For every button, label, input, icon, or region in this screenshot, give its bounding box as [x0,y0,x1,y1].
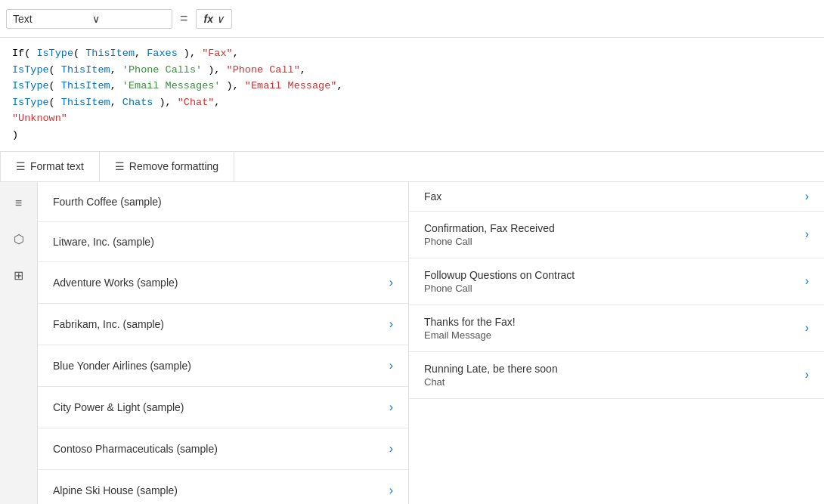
fx-chevron-icon: ∨ [216,13,224,25]
list-panel: Fourth Coffee (sample) › Litware, Inc. (… [38,182,408,504]
code-editor[interactable]: If( IsType( ThisItem, Faxes ), "Fax", Is… [0,38,824,152]
list-item[interactable]: Fourth Coffee (sample) › [38,182,408,222]
list-item-label: Fabrikam, Inc. (sample) [53,318,164,330]
list-item[interactable]: Litware, Inc. (sample) › [38,222,408,262]
right-item-subtitle: Email Message [424,329,516,341]
fx-icon: fx [204,13,213,25]
list-item-label: City Power & Light (sample) [53,401,184,413]
right-item-chevron-icon: › [805,190,809,203]
right-panel-item[interactable]: Followup Questions on Contract Phone Cal… [409,258,824,305]
list-item-chevron-icon: › [389,359,393,373]
right-item-content: Confirmation, Fax Received Phone Call [424,222,555,247]
list-item[interactable]: Adventure Works (sample) › [38,262,408,304]
right-item-subtitle: Chat [424,376,558,388]
main-content: ≡ ⬡ ⊞ Fourth Coffee (sample) › Litware, … [0,182,824,504]
list-item[interactable]: City Power & Light (sample) › [38,387,408,428]
right-item-chevron-icon: › [805,274,809,288]
list-item-label: Alpine Ski House (sample) [53,484,178,496]
sidebar-icons: ≡ ⬡ ⊞ [0,182,38,504]
remove-formatting-button[interactable]: ☰ Remove formatting [100,152,234,181]
toolbar-row: ☰ Format text ☰ Remove formatting [0,152,824,182]
right-item-chevron-icon: › [805,227,809,241]
grid-icon[interactable]: ⊞ [10,267,28,285]
list-item-chevron-icon: › [389,276,393,289]
format-text-icon: ☰ [16,160,26,172]
fx-button[interactable]: fx ∨ [196,9,232,29]
list-item[interactable]: Fabrikam, Inc. (sample) › [38,304,408,345]
list-item[interactable]: Contoso Pharmaceuticals (sample) › [38,428,408,470]
right-panel-item[interactable]: Running Late, be there soon Chat › [409,352,824,399]
list-item[interactable]: Blue Yonder Airlines (sample) › [38,345,408,387]
top-bar: Text ∨ = fx ∨ [0,0,824,38]
equals-sign: = [177,11,191,26]
hamburger-icon[interactable]: ≡ [10,194,28,212]
right-item-content: Fax [424,190,441,203]
layers-icon[interactable]: ⬡ [10,230,28,249]
list-item-label: Fourth Coffee (sample) [53,196,162,208]
remove-formatting-label: Remove formatting [129,160,218,172]
list-item-chevron-icon: › [389,484,393,497]
list-item-label: Adventure Works (sample) [53,277,178,289]
right-item-chevron-icon: › [805,368,809,382]
right-item-title: Fax [424,190,441,203]
list-item-chevron-icon: › [389,317,393,331]
list-item-chevron-icon: › [389,442,393,456]
dropdown-chevron-icon: ∨ [92,13,166,25]
right-item-subtitle: Phone Call [424,283,575,294]
list-item-label: Litware, Inc. (sample) [53,236,154,248]
right-item-title: Thanks for the Fax! [424,316,516,328]
remove-formatting-icon: ☰ [115,160,125,172]
right-item-title: Running Late, be there soon [424,363,558,375]
right-item-title: Confirmation, Fax Received [424,222,555,234]
list-item-label: Contoso Pharmaceuticals (sample) [53,443,218,455]
right-item-content: Thanks for the Fax! Email Message [424,316,516,341]
right-item-subtitle: Phone Call [424,236,555,247]
format-text-button[interactable]: ☰ Format text [0,152,100,181]
list-item[interactable]: Alpine Ski House (sample) › [38,470,408,504]
dropdown-value: Text [13,13,86,25]
right-panel: Fax › Confirmation, Fax Received Phone C… [408,182,824,504]
right-panel-item[interactable]: Thanks for the Fax! Email Message › [409,305,824,352]
right-item-title: Followup Questions on Contract [424,269,575,281]
right-item-content: Running Late, be there soon Chat [424,363,558,388]
format-text-label: Format text [30,160,84,172]
right-panel-item[interactable]: Confirmation, Fax Received Phone Call › [409,212,824,258]
list-item-label: Blue Yonder Airlines (sample) [53,360,191,372]
right-panel-item[interactable]: Fax › [409,182,824,212]
text-dropdown[interactable]: Text ∨ [6,9,172,29]
right-item-content: Followup Questions on Contract Phone Cal… [424,269,575,294]
right-item-chevron-icon: › [805,321,809,335]
list-item-chevron-icon: › [389,400,393,414]
